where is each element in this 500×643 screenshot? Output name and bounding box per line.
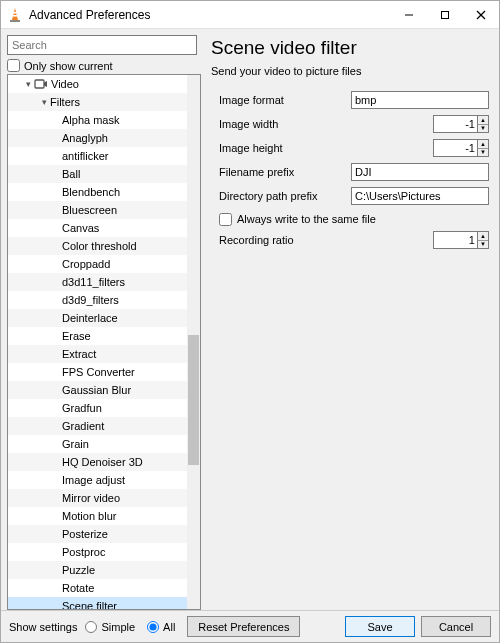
cancel-button[interactable]: Cancel xyxy=(421,616,491,637)
tree-leaf[interactable]: antiflicker xyxy=(8,147,187,165)
tree-leaf[interactable]: Ball xyxy=(8,165,187,183)
spinner-image-height[interactable]: ▲▼ xyxy=(433,139,489,157)
tree-leaf[interactable]: Alpha mask xyxy=(8,111,187,129)
search-input[interactable] xyxy=(7,35,197,55)
save-button[interactable]: Save xyxy=(345,616,415,637)
spin-up-icon[interactable]: ▲ xyxy=(478,232,488,241)
vlc-cone-icon xyxy=(7,7,23,23)
tree-leaf[interactable]: Gaussian Blur xyxy=(8,381,187,399)
input-image-width[interactable] xyxy=(433,115,478,133)
tree-leaf[interactable]: Scene filter xyxy=(8,597,187,609)
radio-all[interactable] xyxy=(147,621,159,633)
tree-leaf[interactable]: Bluescreen xyxy=(8,201,187,219)
label-filename-prefix: Filename prefix xyxy=(211,166,351,178)
spin-up-icon[interactable]: ▲ xyxy=(478,116,488,125)
tree-leaf[interactable]: Gradfun xyxy=(8,399,187,417)
tree-leaf[interactable]: Canvas xyxy=(8,219,187,237)
spinner-recording-ratio[interactable]: ▲▼ xyxy=(433,231,489,249)
tree-leaf[interactable]: Posterize xyxy=(8,525,187,543)
input-image-height[interactable] xyxy=(433,139,478,157)
only-show-current-row[interactable]: Only show current xyxy=(7,59,201,72)
tree-scrollbar[interactable] xyxy=(187,75,200,609)
input-recording-ratio[interactable] xyxy=(433,231,478,249)
tree-node-label: Puzzle xyxy=(62,564,95,576)
tree-node-label: Anaglyph xyxy=(62,132,108,144)
tree-leaf[interactable]: Mirror video xyxy=(8,489,187,507)
row-image-width: Image width ▲▼ xyxy=(211,113,489,135)
tree-leaf[interactable]: Motion blur xyxy=(8,507,187,525)
row-dir-prefix: Directory path prefix xyxy=(211,185,489,207)
tree-node-label: Mirror video xyxy=(62,492,120,504)
label-always-same-file: Always write to the same file xyxy=(237,213,376,225)
tree-node-label: Gradient xyxy=(62,420,104,432)
label-recording-ratio: Recording ratio xyxy=(211,234,351,246)
radio-simple[interactable] xyxy=(85,621,97,633)
tree-leaf[interactable]: Deinterlace xyxy=(8,309,187,327)
close-button[interactable] xyxy=(463,1,499,29)
tree-leaf[interactable]: FPS Converter xyxy=(8,363,187,381)
radio-simple-wrap[interactable]: Simple xyxy=(85,621,135,633)
tree-node-video[interactable]: ▾Video xyxy=(8,75,187,93)
checkbox-always-same-file[interactable] xyxy=(219,213,232,226)
tree-leaf[interactable]: Anaglyph xyxy=(8,129,187,147)
svg-marker-0 xyxy=(12,8,18,20)
radio-all-wrap[interactable]: All xyxy=(147,621,175,633)
label-dir-prefix: Directory path prefix xyxy=(211,190,351,202)
scrollbar-track[interactable] xyxy=(187,75,200,609)
tree-node-label: Gradfun xyxy=(62,402,102,414)
tree-node-label: Scene filter xyxy=(62,600,117,609)
tree-node-label: Alpha mask xyxy=(62,114,119,126)
minimize-button[interactable] xyxy=(391,1,427,29)
only-show-current-checkbox[interactable] xyxy=(7,59,20,72)
tree-leaf[interactable]: Erase xyxy=(8,327,187,345)
tree-node-label: Filters xyxy=(50,96,80,108)
input-filename-prefix[interactable] xyxy=(351,163,489,181)
tree-leaf[interactable]: Puzzle xyxy=(8,561,187,579)
tree-leaf[interactable]: Extract xyxy=(8,345,187,363)
spinner-buttons[interactable]: ▲▼ xyxy=(478,139,489,157)
tree-node-label: Rotate xyxy=(62,582,94,594)
tree-leaf[interactable]: Croppadd xyxy=(8,255,187,273)
tree-leaf[interactable]: Grain xyxy=(8,435,187,453)
tree-leaf[interactable]: d3d9_filters xyxy=(8,291,187,309)
tree-leaf[interactable]: Color threshold xyxy=(8,237,187,255)
row-recording-ratio: Recording ratio ▲▼ xyxy=(211,229,489,251)
spin-down-icon[interactable]: ▼ xyxy=(478,241,488,249)
tree-node-label: Postproc xyxy=(62,546,105,558)
footer-right: Save Cancel xyxy=(345,616,491,637)
tree-node-label: Croppadd xyxy=(62,258,110,270)
spinner-image-width[interactable]: ▲▼ xyxy=(433,115,489,133)
spinner-buttons[interactable]: ▲▼ xyxy=(478,115,489,133)
sidebar: Only show current ▾Video▾FiltersAlpha ma… xyxy=(1,29,201,610)
tree-leaf[interactable]: Image adjust xyxy=(8,471,187,489)
svg-rect-3 xyxy=(10,20,20,22)
tree-leaf[interactable]: Rotate xyxy=(8,579,187,597)
row-always-same-file[interactable]: Always write to the same file xyxy=(211,209,489,229)
tree-leaf[interactable]: Postproc xyxy=(8,543,187,561)
tree-leaf[interactable]: HQ Denoiser 3D xyxy=(8,453,187,471)
scrollbar-thumb[interactable] xyxy=(188,335,199,465)
dialog-footer: Show settings Simple All Reset Preferenc… xyxy=(1,610,499,642)
tree-node-label: Grain xyxy=(62,438,89,450)
reset-preferences-button[interactable]: Reset Preferences xyxy=(187,616,300,637)
tree-node-label: Erase xyxy=(62,330,91,342)
label-image-height: Image height xyxy=(211,142,351,154)
tree-node-label: Ball xyxy=(62,168,80,180)
spin-up-icon[interactable]: ▲ xyxy=(478,140,488,149)
tree-node-label: Canvas xyxy=(62,222,99,234)
spin-down-icon[interactable]: ▼ xyxy=(478,125,488,133)
spin-down-icon[interactable]: ▼ xyxy=(478,149,488,157)
tree-node-filters[interactable]: ▾Filters xyxy=(8,93,187,111)
tree-leaf[interactable]: d3d11_filters xyxy=(8,273,187,291)
input-image-format[interactable] xyxy=(351,91,489,109)
preferences-tree[interactable]: ▾Video▾FiltersAlpha maskAnaglyphantiflic… xyxy=(8,75,187,609)
label-image-format: Image format xyxy=(211,94,351,106)
tree-leaf[interactable]: Blendbench xyxy=(8,183,187,201)
radio-all-label: All xyxy=(163,621,175,633)
tree-node-label: Blendbench xyxy=(62,186,120,198)
input-dir-prefix[interactable] xyxy=(351,187,489,205)
chevron-down-icon: ▾ xyxy=(22,79,34,89)
spinner-buttons[interactable]: ▲▼ xyxy=(478,231,489,249)
tree-leaf[interactable]: Gradient xyxy=(8,417,187,435)
maximize-button[interactable] xyxy=(427,1,463,29)
